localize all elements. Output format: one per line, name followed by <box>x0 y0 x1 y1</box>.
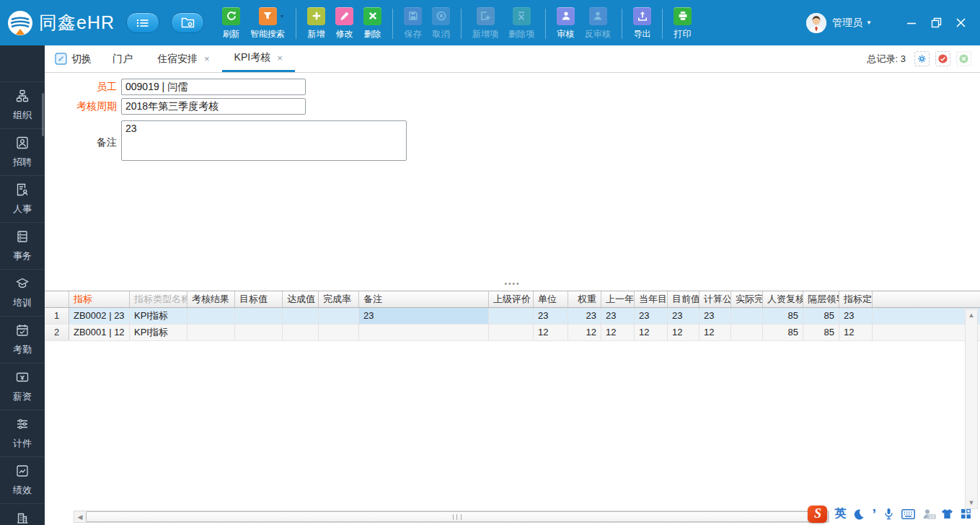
column-header-remark[interactable]: 备注 <box>359 291 489 307</box>
cell-actual[interactable] <box>731 325 763 340</box>
column-header-last-year[interactable]: 上一年... <box>601 291 635 307</box>
ime-language-toggle[interactable]: 英 <box>834 506 846 521</box>
remark-textarea[interactable]: 23 <box>121 120 407 161</box>
cell-formula[interactable]: 12 <box>699 325 731 340</box>
sidebar-item-affairs[interactable]: 事务 <box>0 222 45 269</box>
cell-current-year[interactable]: 12 <box>635 325 668 340</box>
tab-switcher-button[interactable]: 切换 <box>45 45 100 72</box>
toolbar-button-delete[interactable]: 删除 <box>363 7 381 40</box>
cell-result[interactable] <box>187 325 235 340</box>
restore-button[interactable] <box>925 14 947 32</box>
user-menu-caret-icon[interactable]: ▼ <box>866 19 872 26</box>
panel-splitter[interactable]: •••• <box>45 281 980 290</box>
assessment-period-input[interactable] <box>121 98 306 115</box>
sidebar-item-salary[interactable]: 薪资 <box>0 363 45 410</box>
sidebar-item-dorm[interactable]: 宿舍 <box>0 503 45 525</box>
toolbar-button-refresh[interactable]: 刷新 <box>222 7 240 40</box>
cell-target[interactable] <box>235 308 283 324</box>
sidebar-item-training[interactable]: 培训 <box>0 269 45 316</box>
cell-remark[interactable]: 23 <box>359 308 489 324</box>
cell-current-value[interactable]: 12 <box>668 325 699 340</box>
cell-formula[interactable]: 23 <box>699 308 731 324</box>
cell-supervisor-eval[interactable] <box>489 325 534 340</box>
cell-rownum[interactable]: 2 <box>45 325 69 340</box>
folder-settings-button[interactable] <box>171 12 204 33</box>
toolbar-button-export[interactable]: 导出 <box>633 7 651 40</box>
column-header-indicator-type[interactable]: 指标类型名称 <box>130 291 187 307</box>
cell-supervisor-eval[interactable] <box>489 308 534 324</box>
cell-last-year[interactable]: 23 <box>601 308 635 324</box>
column-header-weight[interactable]: 权重 <box>568 291 601 307</box>
column-header-achieved[interactable]: 达成值 <box>283 291 319 307</box>
toolbar-button-add[interactable]: 新增 <box>307 7 325 40</box>
column-header-current-value[interactable]: 目前值... <box>668 291 699 307</box>
cell-indicator[interactable]: ZB0001 | 12 <box>69 325 130 340</box>
cell-achieved[interactable] <box>283 325 319 340</box>
column-header-supervisor-eval[interactable]: 上级评价 <box>489 291 534 307</box>
check-circle-icon[interactable] <box>935 51 950 66</box>
dropdown-caret-icon[interactable]: ▼ <box>280 14 285 19</box>
column-header-completion[interactable]: 完成率 <box>319 291 359 307</box>
toolbar-button-edit[interactable]: 修改 <box>335 7 353 40</box>
user-name[interactable]: 管理员 <box>832 17 862 30</box>
sidebar-scrollbar[interactable] <box>42 93 44 136</box>
table-row[interactable]: 1ZB0002 | 23KPI指标23232323232323858523 <box>45 308 980 325</box>
cell-rownum[interactable]: 1 <box>45 308 69 324</box>
punctuation-toggle[interactable]: ’ <box>872 511 876 518</box>
toolbar-button-print[interactable]: 打印 <box>674 7 692 40</box>
toolbar-button-audit[interactable]: 审核 <box>557 7 575 40</box>
cell-weight[interactable]: 12 <box>568 325 601 340</box>
column-header-current-year[interactable]: 当年目... <box>635 291 668 307</box>
column-header-indicator[interactable]: 指标 <box>69 291 130 307</box>
sidebar-item-piecework[interactable]: 计件 <box>0 410 45 456</box>
column-header-definition[interactable]: 指标定义 <box>839 291 873 307</box>
cell-target[interactable] <box>235 325 283 340</box>
vertical-scrollbar[interactable]: ▲ ▼ <box>965 309 978 509</box>
column-header-rownum[interactable] <box>45 291 69 307</box>
cell-achieved[interactable] <box>283 308 319 324</box>
minimize-button[interactable] <box>901 14 922 32</box>
cell-completion[interactable] <box>319 308 359 324</box>
user-avatar[interactable] <box>806 13 826 33</box>
cell-current-year[interactable]: 23 <box>635 308 668 324</box>
cell-result[interactable] <box>187 308 235 324</box>
column-header-skip-level[interactable]: 隔层领导 <box>803 291 839 307</box>
cell-completion[interactable] <box>319 325 359 340</box>
cell-last-year[interactable]: 12 <box>601 325 635 340</box>
gear-icon[interactable] <box>914 51 930 66</box>
sidebar-item-performance[interactable]: 绩效 <box>0 456 45 503</box>
cell-definition[interactable]: 12 <box>839 325 873 340</box>
sidebar-item-org[interactable]: 组织 <box>0 81 45 128</box>
menu-list-button[interactable] <box>126 12 159 33</box>
employee-input[interactable] <box>121 79 306 95</box>
microphone-icon[interactable] <box>883 508 894 520</box>
column-header-unit[interactable]: 单位 <box>534 291 568 307</box>
column-header-actual[interactable]: 实际完... <box>731 291 763 307</box>
cell-indicator-type[interactable]: KPI指标 <box>130 325 187 340</box>
sidebar-item-attendance[interactable]: 考勤 <box>0 316 45 363</box>
toolbar-button-smart-search[interactable]: ▼智能搜索 <box>250 7 285 40</box>
tab-kpi[interactable]: KPI考核× <box>222 45 295 72</box>
cell-weight[interactable]: 23 <box>568 308 601 324</box>
cell-unit[interactable]: 23 <box>534 308 568 324</box>
column-header-formula[interactable]: 计算公式 <box>699 291 731 307</box>
scroll-left-icon[interactable]: ◀ <box>74 511 86 522</box>
sogou-logo-icon[interactable]: S <box>808 506 827 523</box>
table-row[interactable]: 2ZB0001 | 12KPI指标121212121212858512 <box>45 325 980 341</box>
cell-skip-level[interactable]: 85 <box>803 325 839 340</box>
moon-icon[interactable] <box>853 508 865 520</box>
cell-actual[interactable] <box>731 308 763 324</box>
cell-hr-review[interactable]: 85 <box>763 308 803 324</box>
keyboard-icon[interactable] <box>901 509 915 519</box>
close-button[interactable] <box>950 14 971 32</box>
tab-accommodation[interactable]: 住宿安排× <box>145 45 222 72</box>
column-header-target[interactable]: 目标值 <box>235 291 283 307</box>
sidebar-item-recruit[interactable]: 招聘 <box>0 128 45 175</box>
cell-unit[interactable]: 12 <box>534 325 568 340</box>
tab-portal[interactable]: 门户 <box>100 45 145 72</box>
horizontal-scrollbar-thumb[interactable] <box>86 511 829 522</box>
sidebar-item-hr[interactable]: 人事 <box>0 175 45 222</box>
cell-definition[interactable]: 23 <box>839 308 873 324</box>
cell-indicator[interactable]: ZB0002 | 23 <box>69 308 130 324</box>
cell-hr-review[interactable]: 85 <box>763 325 803 340</box>
